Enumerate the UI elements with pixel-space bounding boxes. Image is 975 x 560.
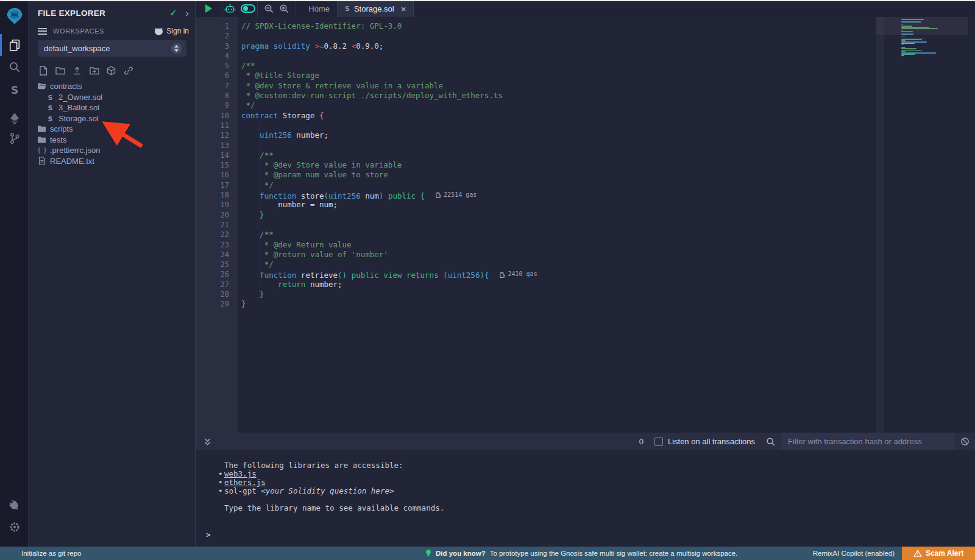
svg-text:S: S xyxy=(48,115,53,122)
editor-scrollbar[interactable] xyxy=(876,17,884,433)
code-line-8[interactable]: * @custom:dev-run-script ./scripts/deplo… xyxy=(238,91,975,101)
code-editor[interactable]: 1234567891011121314151617181920212223242… xyxy=(196,17,975,433)
code-line-26[interactable]: function retrieve() public view returns … xyxy=(238,269,975,279)
tree-item-.prettierrc.json[interactable]: { }.prettierrc.json xyxy=(29,145,195,156)
code-line-16[interactable]: * @param num value to store xyxy=(238,170,975,180)
new-folder-icon[interactable] xyxy=(55,65,65,76)
tree-item-2_Owner.sol[interactable]: S2_Owner.sol xyxy=(29,92,195,103)
code-line-4[interactable] xyxy=(238,51,975,61)
line-number: 25 xyxy=(196,260,238,269)
scam-alert-button[interactable]: Scam Alert xyxy=(902,547,975,560)
transaction-filter-input[interactable] xyxy=(782,433,954,450)
zoom-out-icon[interactable] xyxy=(264,4,274,14)
code-line-15[interactable]: * @dev Store value in variable xyxy=(238,160,975,170)
terminal-line xyxy=(218,495,975,504)
code-line-24[interactable]: * @return value of 'number' xyxy=(238,250,975,260)
terminal-output[interactable]: The following libraries are accessible:•… xyxy=(196,450,975,547)
file-explorer-icon[interactable] xyxy=(0,37,29,54)
editor-tabbar: Home S Storage.sol × xyxy=(196,0,975,17)
code-line-9[interactable]: */ xyxy=(238,101,975,110)
code-line-21[interactable] xyxy=(238,220,975,230)
solidity-compiler-icon[interactable]: S xyxy=(0,83,29,97)
tree-item-tests[interactable]: tests xyxy=(29,135,195,146)
remix-logo-icon[interactable] xyxy=(0,5,29,27)
code-line-18[interactable]: function store(uint256 num) public {2251… xyxy=(238,190,975,200)
code-line-13[interactable] xyxy=(238,141,975,151)
code-line-11[interactable] xyxy=(238,121,975,130)
scam-alert-label: Scam Alert xyxy=(926,549,963,558)
solidity-icon: S xyxy=(46,114,55,123)
solidity-file-icon: S xyxy=(345,5,350,13)
tab-home[interactable]: Home xyxy=(296,0,337,17)
tree-item-scripts[interactable]: scripts xyxy=(29,124,195,135)
code-line-27[interactable]: return number; xyxy=(238,280,975,289)
init-git-repo-button[interactable]: Initialize as git repo xyxy=(21,547,81,560)
chevron-right-icon[interactable]: › xyxy=(185,8,189,18)
explorer-toolbar xyxy=(38,65,133,76)
line-number: 28 xyxy=(196,289,238,299)
tree-item-Storage.sol[interactable]: SStorage.sol xyxy=(29,113,195,124)
line-number: 29 xyxy=(196,299,238,309)
activity-bar: S xyxy=(0,0,29,547)
code-line-7[interactable]: * @dev Store & retrieve value in a varia… xyxy=(238,81,975,91)
git-icon[interactable] xyxy=(0,130,29,146)
upload-folder-icon[interactable] xyxy=(89,65,99,76)
code-line-20[interactable]: } xyxy=(238,210,975,220)
zoom-in-icon[interactable] xyxy=(279,4,289,14)
upload-file-icon[interactable] xyxy=(72,65,82,76)
ai-copilot-robot-icon[interactable] xyxy=(224,4,236,14)
code-line-3[interactable]: pragma solidity >=0.8.2 <0.9.0; xyxy=(238,41,975,51)
terminal-search-icon[interactable] xyxy=(766,437,776,447)
code-line-22[interactable]: /** xyxy=(238,230,975,239)
code-line-12[interactable]: uint256 number; xyxy=(238,130,975,140)
code-line-10[interactable]: contract Storage { xyxy=(238,111,975,121)
code-line-14[interactable]: /** xyxy=(238,151,975,160)
terminal-lines: The following libraries are accessible:•… xyxy=(196,450,975,512)
workspaces-menu-icon[interactable] xyxy=(38,28,47,35)
search-icon[interactable] xyxy=(0,60,29,74)
tree-item-README.txt[interactable]: README.txt xyxy=(29,156,195,167)
collapse-terminal-icon[interactable] xyxy=(204,438,211,446)
deploy-and-run-icon[interactable] xyxy=(0,111,29,127)
ai-copilot-toggle[interactable] xyxy=(241,4,255,13)
code-line-19[interactable]: number = num; xyxy=(238,200,975,210)
terminal-line: Type the library name to see available c… xyxy=(218,504,975,512)
code-line-5[interactable]: /** xyxy=(238,61,975,71)
workspace-select[interactable]: default_workspace xyxy=(38,40,186,57)
tree-item-label: README.txt xyxy=(50,157,94,166)
tip-title: Did you know? xyxy=(436,550,486,557)
tree-item-3_Ballot.sol[interactable]: S3_Ballot.sol xyxy=(29,102,195,113)
terminal-link[interactable]: ethers.js xyxy=(224,478,266,487)
tree-item-contracts[interactable]: contracts xyxy=(29,81,195,92)
code-line-29[interactable]: } xyxy=(238,299,975,309)
code-line-25[interactable]: */ xyxy=(238,260,975,269)
new-file-icon[interactable] xyxy=(38,65,48,76)
line-number: 12 xyxy=(196,130,238,140)
terminal-link[interactable]: web3.js xyxy=(224,470,257,478)
copilot-status[interactable]: RemixAI Copilot (enabled) xyxy=(813,547,895,560)
plugin-manager-icon[interactable] xyxy=(0,496,29,514)
code-line-17[interactable]: */ xyxy=(238,180,975,190)
code-line-6[interactable]: * @title Storage xyxy=(238,71,975,80)
link-icon[interactable] xyxy=(123,65,133,76)
clear-console-icon[interactable] xyxy=(960,437,970,446)
home-icon xyxy=(303,4,304,13)
code-line-23[interactable]: * @dev Return value xyxy=(238,240,975,250)
terminal-prompt[interactable]: > xyxy=(206,530,211,539)
workspaces-label: WORKSPACES xyxy=(53,27,104,35)
run-script-button[interactable] xyxy=(196,0,222,17)
folder-icon xyxy=(37,135,46,144)
listen-all-transactions-checkbox[interactable] xyxy=(654,438,663,446)
tab-storage-sol[interactable]: S Storage.sol × xyxy=(337,0,414,17)
close-tab-icon[interactable]: × xyxy=(401,4,406,13)
box-icon[interactable] xyxy=(106,65,116,76)
code-line-2[interactable] xyxy=(238,31,975,41)
code-pane[interactable]: // SPDX-License-Identifier: GPL-3.0pragm… xyxy=(238,17,975,433)
code-line-28[interactable]: } xyxy=(238,289,975,299)
code-line-1[interactable]: // SPDX-License-Identifier: GPL-3.0 xyxy=(238,21,975,31)
github-sign-in-button[interactable]: Sign in xyxy=(154,27,189,35)
json-icon: { } xyxy=(37,146,46,155)
line-number: 24 xyxy=(196,250,238,260)
line-number: 23 xyxy=(196,240,238,250)
settings-gear-icon[interactable] xyxy=(0,519,29,535)
